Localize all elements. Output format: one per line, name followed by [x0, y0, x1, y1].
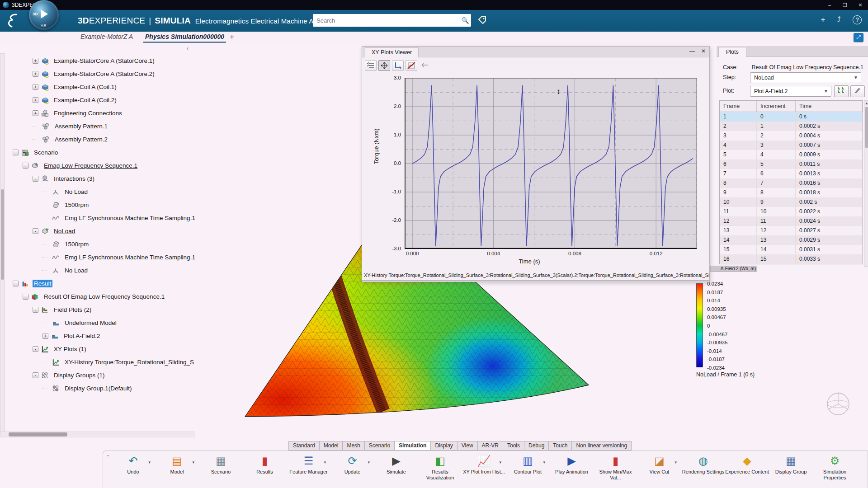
column-header[interactable]: Time: [796, 101, 863, 112]
tree-item[interactable]: +Example-Coil A (Coil.1): [6, 80, 201, 94]
tree-item[interactable]: -Result Of Emag Low Frequency Sequence.1: [6, 290, 201, 303]
chevron-down-icon[interactable]: ▾: [192, 460, 194, 465]
tree-item[interactable]: -Field Plots (2): [6, 303, 201, 316]
tree-item-label[interactable]: Example-StatorCore A (StatorCore.1): [52, 57, 156, 65]
tree-item[interactable]: Undeformed Model: [6, 316, 201, 329]
tree-expander-icon[interactable]: +: [33, 97, 38, 103]
table-row[interactable]: 210.0002 s: [720, 122, 863, 131]
tree-collapse-chevron[interactable]: ‹: [183, 45, 193, 52]
tree-item-label[interactable]: Result: [33, 280, 52, 287]
tree-item[interactable]: No Load: [6, 185, 201, 198]
tree-item-label[interactable]: Assembly Pattern.2: [53, 136, 109, 143]
document-tab[interactable]: Physics Simulation000000: [145, 33, 224, 40]
tree-item[interactable]: Assembly Pattern.1: [6, 120, 201, 133]
chevron-down-icon[interactable]: ▾: [324, 460, 326, 465]
column-header[interactable]: Frame: [720, 101, 757, 112]
tree-item[interactable]: -Result: [6, 277, 201, 290]
tree-item[interactable]: 1500rpm: [6, 238, 201, 251]
action-simulate[interactable]: ▶Simulate: [374, 454, 418, 481]
plot-dropdown[interactable]: Plot A-Field.2 ▼: [750, 86, 831, 97]
table-row[interactable]: 980.0018 s: [720, 188, 863, 197]
tree-item-label[interactable]: Example-StatorCore A (StatorCore.2): [52, 70, 156, 78]
ribbon-tab-model[interactable]: Model: [319, 441, 343, 450]
tree-item-label[interactable]: Display Group.1(Default): [63, 385, 133, 392]
tree-expander-icon[interactable]: +: [33, 110, 38, 116]
table-row[interactable]: 650.0011 s: [720, 160, 863, 169]
action-feature-manager[interactable]: ☰▾Feature Manager: [287, 454, 330, 481]
ribbon-tab-debug[interactable]: Debug: [524, 441, 548, 450]
tree-item-label[interactable]: Emg LF Synchronous Machine Time Sampling…: [63, 253, 197, 261]
action-xy-plot-from-hist-[interactable]: 📈▾XY Plot from Hist...: [462, 454, 506, 481]
ribbon-tab-touch[interactable]: Touch: [548, 441, 571, 450]
tree-item-label[interactable]: Assembly Pattern.1: [53, 122, 109, 130]
column-header[interactable]: Increment: [757, 101, 796, 112]
results-visualization-icon[interactable]: ◧: [418, 454, 462, 468]
tree-expander-icon[interactable]: -: [33, 307, 38, 313]
search-box[interactable]: 🔍: [313, 14, 471, 27]
expand-panel-icon[interactable]: ⤢: [854, 33, 863, 42]
tree-item[interactable]: Emg LF Synchronous Machine Time Sampling…: [6, 251, 201, 264]
tree-item-label[interactable]: XY-History Torque:Torque_Rotational_Slid…: [63, 358, 195, 366]
scroll-up-icon[interactable]: ▲: [864, 101, 868, 106]
edit-plot-button[interactable]: [850, 85, 865, 97]
ribbon-tab-view[interactable]: View: [457, 441, 477, 450]
tree-item-label[interactable]: No Load: [63, 188, 89, 196]
share-button[interactable]: ⤴: [837, 15, 841, 24]
axes-icon[interactable]: [392, 60, 404, 71]
help-button[interactable]: ?: [853, 15, 862, 24]
tree-item-label[interactable]: Example-Coil A (Coil.1): [52, 83, 118, 91]
scenario-icon[interactable]: ▦: [199, 454, 243, 468]
xy-viewer-minimize-button[interactable]: —: [689, 48, 695, 54]
action-bar-grip[interactable]: ⌄: [106, 452, 110, 458]
results-icon[interactable]: ▮: [243, 454, 287, 468]
table-row[interactable]: 540.0009 s: [720, 150, 863, 160]
compass-3ds-icon[interactable]: 3D V.R: [29, 0, 59, 30]
table-row[interactable]: 760.0013 s: [720, 169, 863, 178]
action-view-cut[interactable]: ◪▾View Cut: [637, 454, 681, 481]
table-row[interactable]: 13120.0027 s: [720, 226, 863, 235]
ribbon-tab-scenario[interactable]: Scenario: [364, 441, 394, 450]
table-row[interactable]: 100 s: [720, 112, 863, 122]
ribbon-tab-mesh[interactable]: Mesh: [342, 441, 364, 450]
rendering-settings-icon[interactable]: ◍: [681, 454, 725, 468]
document-tab[interactable]: Example-MotorZ A: [80, 33, 133, 40]
simulate-icon[interactable]: ▶: [374, 454, 418, 468]
ribbon-tab-standard[interactable]: Standard: [288, 441, 319, 450]
table-row[interactable]: 1090.002 s: [720, 197, 863, 207]
tree-item[interactable]: +Example-StatorCore A (StatorCore.1): [6, 54, 201, 67]
tree-item-label[interactable]: XY Plots (1): [52, 345, 88, 353]
plot-options-icon[interactable]: [365, 60, 377, 71]
action-update[interactable]: ⟳▾Update: [330, 454, 374, 481]
clear-plot-icon[interactable]: [406, 60, 417, 71]
tree-item[interactable]: -ADisplay Groups (1): [6, 369, 201, 382]
tree-item[interactable]: XY-History Torque:Torque_Rotational_Slid…: [6, 356, 201, 369]
tree-item-label[interactable]: Emg LF Synchronous Machine Time Sampling…: [63, 214, 197, 222]
view-compass-icon[interactable]: [824, 389, 853, 418]
torque-time-chart[interactable]: [405, 78, 697, 249]
tree-item-label[interactable]: Result Of Emag Low Frequency Sequence.1: [42, 293, 166, 300]
tree-item[interactable]: 1500rpm: [6, 198, 201, 211]
chevron-down-icon[interactable]: ▾: [148, 460, 151, 465]
ribbon-tab-simulation[interactable]: Simulation: [394, 441, 430, 450]
tree-item-label[interactable]: Emag Low Frequency Sequence.1: [42, 162, 139, 169]
tree-item-label[interactable]: Field Plots (2): [52, 306, 93, 314]
tree-item-label[interactable]: 1500rpm: [63, 240, 90, 248]
action-model[interactable]: ▤▾Model: [155, 454, 199, 481]
tree-item[interactable]: -NoLoad: [6, 225, 201, 238]
tree-item-label[interactable]: Plot A-Field.2: [62, 332, 101, 340]
action-scenario[interactable]: ▦Scenario: [199, 454, 243, 481]
tree-expander-icon[interactable]: -: [33, 176, 38, 182]
plot-layout-button[interactable]: [834, 85, 849, 97]
action-simulation-properties[interactable]: ⚙Simulation Properties: [813, 454, 857, 481]
tree-item-label[interactable]: Interactions (3): [52, 175, 96, 183]
frames-table[interactable]: FrameIncrementTime100 s210.0002 s320.000…: [719, 100, 863, 264]
tree-item[interactable]: +Engineering Connections: [6, 107, 201, 120]
display-group-icon[interactable]: ▦: [769, 454, 813, 468]
restore-window-button[interactable]: ❐: [837, 2, 853, 8]
tree-item[interactable]: Emg LF Synchronous Machine Time Sampling…: [6, 211, 201, 225]
tree-item[interactable]: +Plot A-Field.2: [6, 329, 201, 343]
tab-plots[interactable]: Plots: [718, 47, 746, 57]
table-row[interactable]: 16150.0033 s: [720, 254, 863, 264]
play-animation-icon[interactable]: ▶: [550, 454, 594, 468]
ribbon-tab-display[interactable]: Display: [430, 441, 457, 450]
